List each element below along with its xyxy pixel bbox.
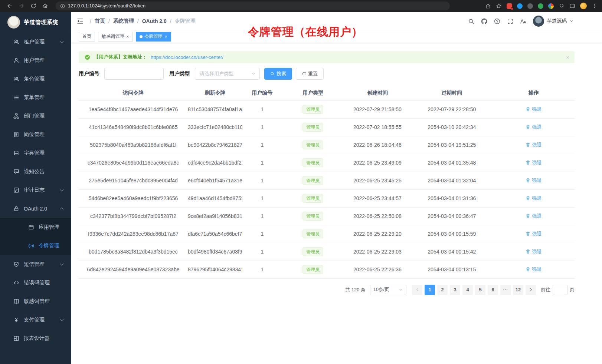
chevron-icon (60, 318, 64, 322)
search-icon[interactable] (468, 18, 474, 24)
prev-page-button[interactable] (412, 285, 422, 295)
audit-log-icon (13, 187, 19, 193)
tab-close-icon[interactable] (165, 34, 168, 39)
expire-time-cell: 2054-03-10 20:42:34 (411, 118, 493, 136)
tab-close-icon[interactable] (126, 34, 129, 39)
breadcrumb-item[interactable]: OAuth 2.0 (142, 18, 167, 24)
page-size-select[interactable]: 10条/页 (370, 285, 406, 295)
github-icon[interactable] (481, 18, 487, 24)
force-logout-button[interactable]: 强退 (526, 106, 542, 113)
forward-icon[interactable] (19, 3, 24, 9)
sidebar-item[interactable]: 令牌管理 (0, 236, 71, 255)
force-logout-button[interactable]: 强退 (526, 248, 542, 255)
page-number-button[interactable]: 2 (437, 285, 448, 295)
page-number-button[interactable]: ··· (500, 285, 511, 295)
sidebar-item[interactable]: 部门管理 (0, 107, 71, 125)
extensions-puzzle-icon[interactable] (559, 3, 565, 9)
force-logout-button[interactable]: 强退 (526, 266, 542, 273)
access-token-cell: 502375b8040a469a9b82188afdf6af1f (79, 136, 188, 154)
bookmark-star-icon[interactable] (496, 3, 502, 9)
reload-icon[interactable] (30, 3, 36, 9)
sidebar-item[interactable]: 支付管理 (0, 311, 71, 329)
refresh-token-cell: b0df4980ffd34c67a08f9156e4eee733 (188, 243, 242, 261)
doc-link[interactable]: https://doc.iocoder.cn/user-center/ (151, 54, 223, 60)
force-logout-button[interactable]: 强退 (526, 142, 542, 148)
expire-time-cell: 2054-03-04 01:31:36 (411, 189, 493, 207)
sidebar-item[interactable]: 短信管理 (0, 255, 71, 274)
page-number-button[interactable]: 6 (488, 285, 498, 295)
filter-form: 用户编号 用户类型 请选择用户类型 搜索 重置 (79, 68, 575, 80)
user-id-input[interactable] (104, 68, 164, 80)
browser-menu-icon[interactable] (592, 3, 598, 9)
tab-active-dot (140, 35, 143, 38)
help-icon[interactable] (494, 18, 500, 24)
user-type-select[interactable]: 请选择用户类型 (195, 68, 260, 80)
breadcrumb-item[interactable]: 首页 (95, 18, 105, 24)
tenant-icon (13, 39, 19, 45)
next-page-button[interactable] (526, 285, 536, 295)
share-icon[interactable] (485, 3, 491, 9)
breadcrumb-item[interactable]: 系统管理 (113, 18, 134, 24)
column-header: 操作 (493, 86, 575, 100)
page-number-button[interactable]: 1 (425, 285, 435, 295)
side-panel-icon[interactable] (569, 3, 575, 9)
extension-icon[interactable] (538, 3, 543, 9)
sidebar-item[interactable]: 错误码管理 (0, 274, 71, 292)
site-info-icon[interactable] (60, 4, 65, 9)
tab[interactable]: 令牌管理 (136, 32, 171, 42)
address-bar[interactable]: 127.0.0.1:1024/system/oauth2/token (56, 1, 450, 10)
user-name: 芋道源码 (547, 18, 567, 24)
chevron-left-icon (415, 288, 419, 292)
alert-close-icon[interactable] (566, 54, 569, 60)
user-type-cell: 管理员 (282, 261, 344, 278)
tab[interactable]: 敏感词管理 (98, 32, 133, 42)
page-number-button[interactable]: 5 (475, 285, 485, 295)
browser-profile-avatar[interactable] (580, 3, 587, 9)
chevron-icon (60, 40, 64, 44)
sidebar-toggle-icon[interactable] (76, 17, 84, 25)
sidebar-item[interactable]: 报表设计器 (0, 329, 71, 348)
sidebar-item[interactable]: 角色管理 (0, 70, 71, 88)
sidebar-item[interactable]: 岗位管理 (0, 125, 71, 144)
font-size-icon[interactable] (520, 18, 526, 24)
page-number-button[interactable]: 12 (513, 285, 523, 295)
extension-icon[interactable] (517, 3, 523, 9)
back-icon[interactable] (7, 3, 13, 9)
force-logout-button[interactable]: 强退 (526, 231, 542, 237)
sidebar-item[interactable]: 用户管理 (0, 51, 71, 70)
expire-time-cell: 2022-07-29 22:28:50 (411, 100, 493, 118)
force-logout-button[interactable]: 强退 (526, 213, 542, 219)
action-cell: 强退 (493, 225, 575, 243)
sidebar-item[interactable]: 字典管理 (0, 144, 71, 162)
sms-shield-icon (13, 261, 19, 267)
user-menu[interactable]: 芋道源码 (533, 16, 574, 27)
sidebar-item[interactable]: OAuth 2.0 (0, 199, 71, 218)
reset-button[interactable]: 重置 (296, 68, 324, 80)
page-number-button[interactable]: 3 (450, 285, 460, 295)
sidebar-item[interactable]: 租户管理 (0, 33, 71, 51)
extension-icon[interactable] (507, 3, 512, 9)
sidebar-item[interactable]: 应用管理 (0, 218, 71, 236)
sidebar-item[interactable]: 审计日志 (0, 181, 71, 199)
sidebar-item[interactable]: 菜单管理 (0, 88, 71, 107)
force-logout-button[interactable]: 强退 (526, 159, 542, 166)
tab[interactable]: 首页 (79, 32, 95, 42)
column-header: 访问令牌 (79, 86, 188, 100)
chevron-right-icon (529, 288, 533, 292)
force-logout-button[interactable]: 强退 (526, 124, 542, 130)
sidebar-item[interactable]: 通知公告 (0, 162, 71, 181)
goto-page-input[interactable] (553, 285, 567, 295)
search-button[interactable]: 搜索 (264, 68, 292, 80)
page-number-button[interactable]: 4 (462, 285, 473, 295)
app-logo-row[interactable]: 芋道管理系统 (0, 12, 71, 33)
force-logout-label: 强退 (532, 266, 542, 273)
extension-icon[interactable] (548, 3, 554, 9)
force-logout-label: 强退 (532, 106, 542, 113)
force-logout-button[interactable]: 强退 (526, 177, 542, 184)
breadcrumb-item[interactable]: 令牌管理 (175, 18, 196, 24)
force-logout-button[interactable]: 强退 (526, 195, 542, 202)
extension-icon[interactable] (527, 3, 533, 9)
fullscreen-icon[interactable] (507, 18, 513, 24)
home-icon[interactable] (42, 3, 48, 9)
sidebar-item[interactable]: 敏感词管理 (0, 292, 71, 311)
